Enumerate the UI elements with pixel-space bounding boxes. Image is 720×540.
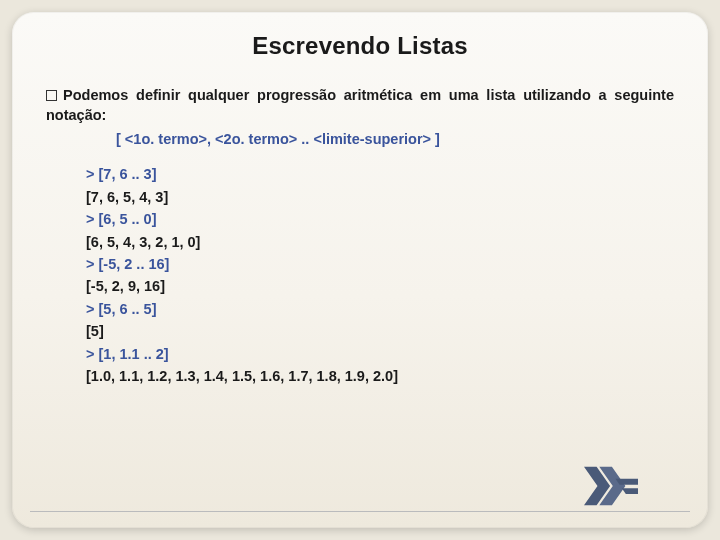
bullet-paragraph: Podemos definir qualquer progressão arit… [46,86,674,125]
footer-divider [30,511,690,512]
repl-input: > [-5, 2 .. 16] [86,253,674,275]
repl-output: [5] [86,320,674,342]
repl-block: > [7, 6 .. 3][7, 6, 5, 4, 3]> [6, 5 .. 0… [86,163,674,388]
repl-output: [-5, 2, 9, 16] [86,275,674,297]
repl-output: [7, 6, 5, 4, 3] [86,186,674,208]
repl-input: > [7, 6 .. 3] [86,163,674,185]
bullet-text: Podemos definir qualquer progressão arit… [46,87,674,123]
repl-input: > [5, 6 .. 5] [86,298,674,320]
bullet-square-icon [46,90,57,101]
repl-output: [6, 5, 4, 3, 2, 1, 0] [86,231,674,253]
repl-input: > [6, 5 .. 0] [86,208,674,230]
repl-input: > [1, 1.1 .. 2] [86,343,674,365]
repl-output: [1.0, 1.1, 1.2, 1.3, 1.4, 1.5, 1.6, 1.7,… [86,365,674,387]
slide-title: Escrevendo Listas [46,32,674,60]
notation-line: [ <1o. termo>, <2o. termo> .. <limite-su… [116,131,674,147]
haskell-logo-icon [584,466,638,506]
slide-card: Escrevendo Listas Podemos definir qualqu… [12,12,708,528]
